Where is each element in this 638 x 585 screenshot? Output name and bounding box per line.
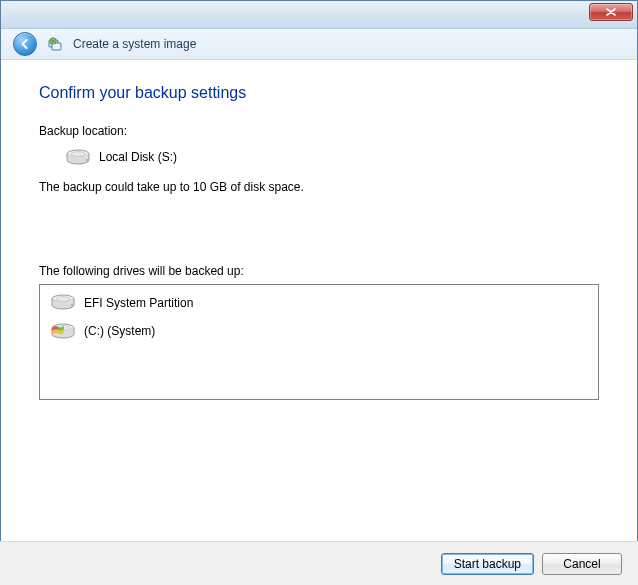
drives-to-backup-label: The following drives will be backed up:: [39, 264, 599, 278]
backup-location-label: Backup location:: [39, 124, 599, 138]
backup-location-row: Local Disk (S:): [39, 148, 599, 166]
hard-drive-icon: [50, 293, 76, 313]
wizard-title: Create a system image: [73, 37, 196, 51]
wizard-footer: Start backup Cancel: [0, 541, 638, 585]
list-item: EFI System Partition: [44, 289, 594, 317]
system-image-icon: [47, 36, 63, 52]
hard-drive-icon: [65, 148, 89, 166]
size-estimate-text: The backup could take up to 10 GB of dis…: [39, 180, 599, 194]
cancel-button[interactable]: Cancel: [542, 553, 622, 575]
backup-location-value: Local Disk (S:): [99, 150, 177, 164]
close-icon: [606, 8, 616, 16]
wizard-content: Confirm your backup settings Backup loca…: [1, 60, 637, 400]
drives-list: EFI System Partition (C:) (System): [39, 284, 599, 400]
page-heading: Confirm your backup settings: [39, 84, 599, 102]
close-button[interactable]: [589, 3, 633, 21]
start-backup-button[interactable]: Start backup: [441, 553, 534, 575]
list-item: (C:) (System): [44, 317, 594, 345]
svg-point-5: [86, 159, 88, 161]
drive-name: EFI System Partition: [84, 296, 193, 310]
back-arrow-icon: [19, 38, 31, 50]
svg-point-8: [71, 304, 73, 306]
back-button[interactable]: [13, 32, 37, 56]
svg-point-4: [71, 152, 85, 157]
windows-drive-icon: [50, 320, 76, 342]
window-titlebar: [1, 1, 637, 29]
svg-point-7: [56, 297, 70, 302]
wizard-header-bar: Create a system image: [1, 29, 637, 60]
drive-name: (C:) (System): [84, 324, 155, 338]
